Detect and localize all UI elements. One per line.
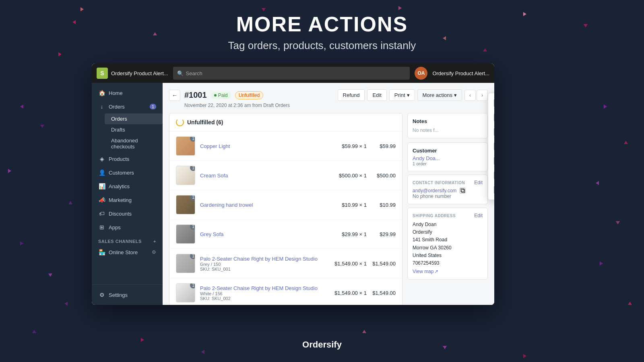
sidebar-item-orders-sub[interactable]: Orders <box>105 113 163 124</box>
print-chevron-icon: ▾ <box>407 92 410 98</box>
dropdown-item-duplicate[interactable]: Duplicate <box>488 96 494 110</box>
item-sku: SKU: SKU_002 <box>200 296 318 301</box>
sidebar-item-abandoned[interactable]: Abandoned checkouts <box>105 135 163 152</box>
sidebar-item-marketing[interactable]: 📣 Marketing <box>92 193 163 207</box>
topbar-logo: S Ordersify Product Alert... <box>97 68 168 79</box>
item-price: $1,549.00 × 1 <box>334 261 367 267</box>
sidebar-item-analytics[interactable]: 📊 Analytics <box>92 179 163 193</box>
add-sales-channel-icon[interactable]: + <box>153 239 156 244</box>
search-bar[interactable]: 🔍 Search <box>173 67 410 80</box>
store-icon: 🏪 <box>98 249 105 256</box>
more-actions-button[interactable]: More actions ▾ <box>417 89 462 101</box>
archive-icon <box>494 128 494 136</box>
sidebar-nav: 🏠 Home ↓ Orders 1 Orders Drafts <box>92 83 163 284</box>
prev-order-button[interactable]: ‹ <box>464 90 476 101</box>
copy-email-icon[interactable]: ⧉ <box>460 188 465 193</box>
analytics-icon: 📊 <box>98 183 105 190</box>
refund-button[interactable]: Refund <box>338 89 365 101</box>
item-name[interactable]: Palo 2-Seater Chaise Right by HEM Design… <box>200 285 318 291</box>
window-body: 🏠 Home ↓ Orders 1 Orders Drafts <box>92 83 494 305</box>
topbar-store-name: Ordersify Product Alert... <box>111 70 168 76</box>
dropdown-item-download[interactable]: Download with Ordersify <box>488 183 494 197</box>
topbar-right-store: Ordersify Product Alert... <box>432 70 489 76</box>
sidebar-item-customers[interactable]: 👤 Customers <box>92 166 163 179</box>
topbar: S Ordersify Product Alert... 🔍 Search OA… <box>92 64 494 83</box>
item-price: $1,549.00 × 1 <box>334 290 367 296</box>
sidebar-analytics-label: Analytics <box>109 183 130 189</box>
apps-icon: ⊞ <box>98 224 105 231</box>
topbar-avatar: OA <box>415 67 427 80</box>
eye-icon <box>494 142 494 150</box>
main-content: ← #1001 Paid Unfulfilled Refund Edit Pri… <box>163 83 494 305</box>
item-qty-badge: 1 <box>190 166 195 171</box>
item-qty-badge: 1 <box>190 136 195 142</box>
customer-meta: 1 order <box>413 161 483 166</box>
item-name[interactable]: Grey Sofa <box>200 231 224 237</box>
item-image-garden: 1 <box>176 195 195 214</box>
dropdown-item-print[interactable]: Print with Ordersify <box>488 168 494 183</box>
notes-empty: No notes f... <box>413 128 483 133</box>
orders-badge: 1 <box>150 104 156 109</box>
dropdown-item-tag[interactable]: Tag with Ordersify <box>488 154 494 168</box>
shipping-label: SHIPPING ADDRESS Edit <box>413 213 483 218</box>
sidebar-item-home[interactable]: 🏠 Home <box>92 86 163 100</box>
table-row: 1 Palo 2-Seater Chaise Right by HEM Desi… <box>169 278 402 305</box>
item-price: $29.99 × 1 <box>342 231 367 237</box>
next-order-button[interactable]: › <box>477 90 488 101</box>
sidebar-item-settings[interactable]: ⚙ Settings <box>92 288 163 302</box>
sidebar-sub-orders: Orders Drafts Abandoned checkouts <box>92 113 163 152</box>
download-icon <box>494 186 494 194</box>
dropdown-item-cancel[interactable]: ✕ Cancel order <box>488 110 494 125</box>
content-area: Unfulfilled (6) 1 Copper Light $59.99 × … <box>169 113 488 305</box>
contact-edit-link[interactable]: Edit <box>474 180 483 185</box>
footer-brand: Ordersify <box>0 339 644 350</box>
edit-button[interactable]: Edit <box>367 89 386 101</box>
item-total: $10.99 <box>372 202 396 208</box>
item-total: $1,549.00 <box>372 261 396 267</box>
print-ordersify-icon <box>494 171 494 179</box>
item-qty-badge: 1 <box>190 254 195 259</box>
store-settings-icon[interactable]: ⚙ <box>152 249 156 255</box>
print-button[interactable]: Print ▾ <box>389 89 415 101</box>
contact-email[interactable]: andy@ordersify.com <box>413 188 456 193</box>
shipping-edit-link[interactable]: Edit <box>474 213 483 218</box>
nav-arrows: ‹ › <box>464 90 488 101</box>
sidebar-item-orders[interactable]: ↓ Orders 1 <box>92 100 163 113</box>
item-image-chaise1: 1 <box>176 254 195 273</box>
back-button[interactable]: ← <box>169 90 180 101</box>
notes-section: Notes No notes f... <box>407 113 488 138</box>
notes-title: Notes <box>413 118 483 124</box>
dropdown-item-view-status[interactable]: View order status page <box>488 139 494 154</box>
unfulfilled-badge: Unfulfilled <box>235 91 264 99</box>
products-icon: ◈ <box>98 155 105 162</box>
view-map-link[interactable]: View map ↗ <box>413 269 483 274</box>
contact-phone: No phone number <box>413 193 483 199</box>
sidebar-item-online-store[interactable]: 🏪 Online Store ⚙ <box>92 245 163 259</box>
item-total: $500.00 <box>372 173 396 179</box>
item-total: $1,549.00 <box>372 290 396 296</box>
sidebar-item-apps[interactable]: ⊞ Apps <box>92 220 163 234</box>
sidebar-item-discounts[interactable]: 🏷 Discounts <box>92 207 163 220</box>
page-footer: Ordersify <box>0 339 644 350</box>
home-icon: 🏠 <box>98 89 105 97</box>
paid-badge: Paid <box>211 92 231 99</box>
table-row: 1 Gardening hand trowel $10.99 × 1 $10.9… <box>169 190 402 220</box>
order-header: ← #1001 Paid Unfulfilled Refund Edit Pri… <box>169 89 488 101</box>
table-row: 1 Palo 2-Seater Chaise Right by HEM Desi… <box>169 249 402 278</box>
item-name[interactable]: Palo 2-Seater Chaise Right by HEM Design… <box>200 256 318 262</box>
item-name[interactable]: Copper Light <box>200 143 230 149</box>
order-items-section: Unfulfilled (6) 1 Copper Light $59.99 × … <box>169 113 402 305</box>
orders-icon: ↓ <box>98 103 105 110</box>
item-info: Copper Light <box>200 143 230 149</box>
dropdown-item-archive[interactable]: Archive <box>488 125 494 139</box>
abandoned-label: Abandoned checkouts <box>111 138 156 150</box>
item-name[interactable]: Gardening hand trowel <box>200 202 253 208</box>
online-store-label: Online Store <box>109 249 138 255</box>
sidebar-item-drafts[interactable]: Drafts <box>105 124 163 135</box>
item-name[interactable]: Cream Sofa <box>200 173 228 179</box>
sidebar-item-products[interactable]: ◈ Products <box>92 152 163 166</box>
external-link-icon: ↗ <box>434 269 438 274</box>
item-qty-badge: 1 <box>190 283 195 288</box>
shopify-window: S Ordersify Product Alert... 🔍 Search OA… <box>92 64 494 305</box>
customer-name[interactable]: Andy Doa... <box>413 155 483 161</box>
